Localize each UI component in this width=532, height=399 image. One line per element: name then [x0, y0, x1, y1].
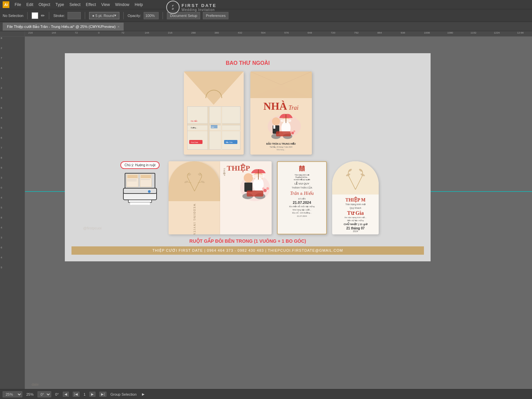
zoom-label: 25%	[26, 392, 34, 396]
svg-point-49	[200, 180, 205, 184]
printer-svg	[120, 172, 160, 205]
opacity-label: Opacity:	[128, 14, 141, 18]
document-canvas: BAO THƯ NGOÀI Địa	[65, 53, 431, 261]
inner-left-text: WEDDING INVITATION	[169, 201, 220, 234]
next-page-button[interactable]: ▶	[89, 392, 95, 397]
inner-card-open: WEDDING INVITATION Thank you THIỆP	[169, 161, 272, 234]
stroke-input[interactable]	[67, 12, 81, 19]
stroke-style-dot: ●	[92, 14, 94, 18]
menu-effect[interactable]: Effect	[86, 2, 96, 7]
logo-circle: F D	[166, 1, 180, 14]
toolbar-divider-5	[163, 12, 163, 19]
map-svg: Địa điểm Đường... MAP First Date Bảo Trâ…	[188, 107, 241, 150]
document-tab[interactable]: File Thiệp cưới Bảo Trân - Trung Hiếu.ai…	[3, 23, 124, 31]
svg-rect-54	[244, 183, 252, 192]
arch-year: 2024	[335, 230, 376, 232]
svg-point-53	[244, 173, 253, 183]
menu-view[interactable]: View	[101, 2, 110, 7]
menu-object[interactable]: Object	[39, 2, 50, 7]
ruler-label: 1224	[494, 31, 500, 34]
ruler-label: 144	[52, 31, 56, 34]
svg-rect-61	[247, 191, 263, 197]
kinh-moi-text: Kính Mời	[335, 234, 376, 234]
guest-intro: Trân trọng kính mờiQuý Khách	[335, 203, 376, 210]
footer-bar: 25% 50% 100% 25% 0° 0° ◀ |◀ 1 ▶ ▶| Group…	[0, 389, 532, 399]
ruler-label: 792	[354, 31, 358, 34]
arch-decoration-svg	[335, 163, 375, 193]
first-page-button[interactable]: |◀	[73, 392, 80, 397]
logo-name: FIRST DATE	[182, 3, 217, 8]
stroke-style-chevron: ▾	[114, 13, 116, 18]
formal-invitation-card: 囍 Trân trọng kính mời Ông/Bà/Cô/Chú... v…	[277, 161, 327, 234]
app-logo: Ai	[3, 1, 9, 8]
ruler-label: 216	[28, 31, 33, 34]
envelope-front-card: NHÀ Trai	[250, 71, 312, 155]
arch-month: 07	[361, 226, 364, 230]
toolbar-divider-3	[85, 12, 85, 19]
nha-text-container: NHÀ Trai	[263, 101, 299, 111]
formal-header: 囍	[299, 165, 305, 173]
menu-select[interactable]: Select	[69, 2, 80, 7]
bottom-cards-row: Chú ý: Hướng in ruột	[71, 161, 424, 234]
ruler-label: 432	[238, 31, 242, 34]
zoom-select[interactable]: 25% 50% 100%	[3, 391, 22, 397]
ruler-horizontal: 216 144 72 0 72 144 216 288 360 432 504 …	[25, 31, 532, 37]
last-page-button[interactable]: ▶|	[99, 392, 106, 397]
menu-help[interactable]: Help	[135, 2, 143, 7]
envelope-front-content: NHÀ Trai	[250, 98, 312, 153]
svg-rect-1	[188, 130, 241, 131]
tab-close-button[interactable]: ×	[118, 25, 120, 29]
menu-file[interactable]: File	[15, 2, 21, 7]
envelope-back-card: Địa điểm Đường... MAP First Date Bảo Trâ…	[184, 71, 244, 155]
stroke-style-label: 5 pt. Round	[95, 14, 114, 18]
svg-rect-25	[276, 131, 291, 136]
menu-type[interactable]: Type	[56, 2, 64, 7]
svg-rect-2	[207, 107, 209, 150]
opacity-input[interactable]	[144, 12, 159, 19]
ruler-label: 0	[98, 31, 99, 34]
ruler-label: 576	[284, 31, 289, 34]
prev-page-button[interactable]: ◀	[63, 392, 69, 397]
formal-couple-label: THÀNH THÂN CỦA	[292, 187, 312, 189]
ruler-label: 216	[168, 31, 172, 34]
menu-edit[interactable]: Edit	[26, 2, 33, 7]
svg-rect-44	[130, 202, 150, 205]
arch-day: 21	[346, 226, 350, 230]
stroke-icon: ✏	[41, 13, 45, 18]
fill-color-box[interactable]	[32, 12, 38, 19]
trai-label: Trai	[289, 104, 299, 111]
svg-text:Bảo Trân: Bảo Trân	[226, 141, 233, 143]
formal-intro-text: Trân trọng kính mời Ông/Bà/Cô/Chú... và …	[294, 174, 310, 181]
mode-label: Group Selection	[110, 392, 137, 396]
ruler-label: 72	[75, 31, 78, 34]
couple-date-text: Thứ Bảy, 20 tháng 7 năm 2024	[270, 146, 293, 148]
ruler-label: 1008	[424, 31, 430, 34]
inner-left-panel: WEDDING INVITATION Thank you	[169, 161, 220, 234]
chu-y-badge: Chú ý: Hướng in ruột	[120, 161, 159, 169]
svg-point-43	[148, 190, 151, 193]
envelope-top-svg	[250, 71, 312, 98]
menu-window[interactable]: Window	[115, 2, 129, 7]
svg-point-48	[184, 180, 188, 184]
top-cards-row: Địa điểm Đường... MAP First Date Bảo Trâ…	[71, 71, 424, 155]
svg-point-50	[188, 173, 192, 176]
watermark-date: date	[32, 382, 39, 386]
svg-rect-32	[127, 175, 138, 178]
svg-text:MAP: MAP	[211, 126, 214, 128]
couple-names-text: BẢO TRÂN & TRUNG HIẾU	[266, 143, 296, 145]
svg-text:First Date: First Date	[191, 141, 198, 143]
ruler-label: 720	[331, 31, 335, 34]
ruler-corner	[0, 31, 25, 37]
stroke-style-badge[interactable]: ● 5 pt. Round ▾	[89, 12, 119, 19]
svg-point-16	[272, 117, 280, 125]
ruler-label: 360	[214, 31, 219, 34]
formal-date-text: ĐÃ ĐẾN	[298, 198, 306, 200]
svg-rect-18	[273, 125, 275, 129]
watermark-firstdate: @firstpcuoi	[83, 226, 101, 230]
ruler-label: 1152	[470, 31, 476, 34]
tu-gia-label: Tư Gia	[335, 210, 376, 216]
rotation-select[interactable]: 0°	[38, 391, 51, 397]
floral-svg	[178, 168, 211, 195]
tab-title: File Thiệp cưới Bảo Trân - Trung Hiếu.ai…	[7, 25, 116, 29]
rotation-label: 0°	[55, 392, 59, 396]
